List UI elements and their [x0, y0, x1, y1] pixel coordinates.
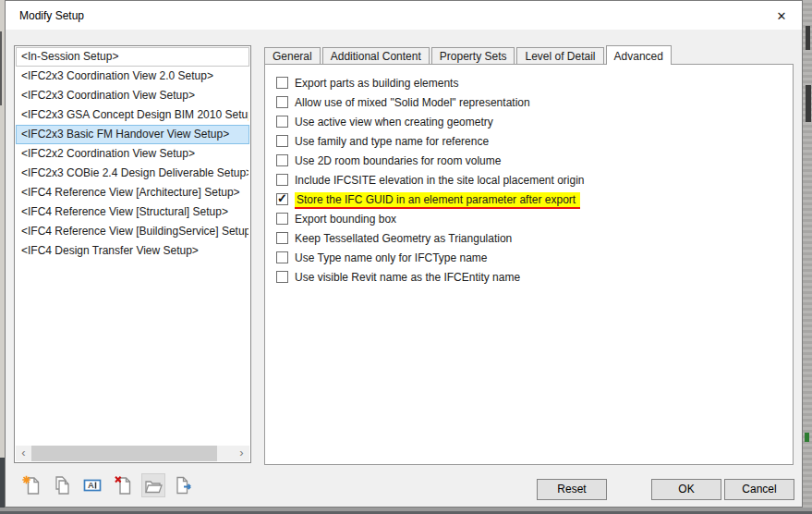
tab-additional-content[interactable]: Additional Content	[322, 47, 430, 64]
ok-button[interactable]: OK	[651, 479, 721, 500]
tab-bar: General Additional Content Property Sets…	[264, 44, 673, 65]
reset-button[interactable]: Reset	[537, 479, 607, 500]
checkbox-label: Use family and type name for reference	[295, 135, 489, 148]
export-setup-button[interactable]	[172, 473, 196, 497]
checkbox-row[interactable]: Include IFCSITE elevation in the site lo…	[276, 170, 785, 190]
scrollbar-thumb[interactable]	[31, 446, 217, 461]
background-artifact	[806, 26, 810, 50]
title-bar: Modify Setup ✕	[6, 1, 802, 30]
checkbox-label: Export bounding box	[295, 213, 396, 226]
setup-list-item[interactable]: <IFC4 Design Transfer View Setup>	[16, 241, 249, 261]
cancel-button[interactable]: Cancel	[724, 479, 794, 500]
delete-setup-button[interactable]	[111, 473, 135, 497]
checkbox-row-store-ifc-guid[interactable]: ✓ Store the IFC GUID in an element param…	[276, 190, 785, 209]
checkbox-row[interactable]: Use 2D room boundaries for room volume	[276, 151, 785, 170]
checkbox-row[interactable]: Allow use of mixed "Solid Model" represe…	[276, 92, 785, 112]
load-setup-button[interactable]	[141, 473, 165, 497]
scroll-right-arrow-icon[interactable]: ›	[234, 446, 249, 461]
setup-list-item[interactable]: <IFC2x3 Coordination View Setup>	[16, 86, 249, 105]
checkbox-row[interactable]: Use Type name only for IFCType name	[276, 248, 785, 267]
background-strip-bottom	[0, 508, 812, 514]
setup-list-item[interactable]: <IFC2x3 COBie 2.4 Design Deliverable Set…	[16, 164, 249, 183]
checkmark-icon: ✓	[277, 191, 287, 205]
checkbox-label: Use visible Revit name as the IFCEntity …	[295, 271, 520, 284]
checkbox-label: Use 2D room boundaries for room volume	[295, 154, 501, 167]
horizontal-scrollbar[interactable]: ‹ ›	[16, 446, 249, 461]
tab-level-of-detail[interactable]: Level of Detail	[516, 47, 603, 64]
checkbox-unchecked[interactable]	[276, 213, 288, 225]
checkbox-label: Use Type name only for IFCType name	[295, 251, 488, 264]
background-artifact	[806, 85, 811, 122]
checkbox-label: Allow use of mixed "Solid Model" represe…	[295, 96, 530, 109]
checkbox-row[interactable]: Use visible Revit name as the IFCEntity …	[276, 267, 785, 287]
load-setup-icon	[142, 475, 164, 497]
dialog-title: Modify Setup	[19, 9, 84, 22]
duplicate-setup-icon	[51, 474, 73, 496]
setup-list-item[interactable]: <IFC4 Reference View [Structural] Setup>	[16, 202, 249, 222]
new-setup-icon	[20, 474, 42, 496]
advanced-tab-panel: Export parts as building elements Allow …	[264, 64, 794, 465]
tab-advanced[interactable]: Advanced	[606, 45, 672, 65]
rename-setup-button[interactable]: A	[80, 473, 104, 497]
setup-list-item[interactable]: <IFC4 Reference View [BuildingService] S…	[16, 222, 249, 241]
tab-property-sets[interactable]: Property Sets	[431, 47, 515, 64]
checkbox-unchecked[interactable]	[276, 116, 288, 128]
modify-setup-dialog: Modify Setup ✕ <In-Session Setup> <IFC2x…	[5, 0, 803, 508]
checkbox-unchecked[interactable]	[276, 96, 288, 108]
checkbox-unchecked[interactable]	[276, 251, 288, 263]
checkbox-unchecked[interactable]	[276, 135, 288, 147]
checkbox-label: Keep Tessellated Geometry as Triangulati…	[295, 232, 512, 245]
setup-list: <In-Session Setup> <IFC2x3 Coordination …	[14, 45, 251, 463]
background-artifact	[0, 31, 2, 105]
checkbox-label: Export parts as building elements	[295, 77, 458, 90]
background-artifact	[805, 433, 809, 442]
setup-list-item[interactable]: <IFC2x3 GSA Concept Design BIM 2010 Setu…	[16, 105, 249, 125]
checkbox-label: Use active view when creating geometry	[295, 116, 493, 128]
close-button[interactable]: ✕	[769, 6, 794, 27]
setup-list-item[interactable]: <IFC2x2 Coordination View Setup>	[16, 144, 249, 164]
setup-list-item[interactable]: <In-Session Setup>	[16, 47, 249, 67]
setup-list-item-selected[interactable]: <IFC2x3 Basic FM Handover View Setup>	[16, 125, 249, 144]
delete-setup-icon	[112, 474, 134, 496]
checkbox-unchecked[interactable]	[276, 271, 288, 283]
rename-setup-icon: A	[81, 474, 103, 496]
tab-general[interactable]: General	[264, 47, 321, 64]
checkbox-list: Export parts as building elements Allow …	[276, 73, 785, 287]
checkbox-unchecked[interactable]	[276, 154, 288, 166]
checkbox-row[interactable]: Export parts as building elements	[276, 73, 785, 92]
checkbox-row[interactable]: Export bounding box	[276, 209, 785, 228]
scroll-left-arrow-icon[interactable]: ‹	[16, 446, 31, 461]
export-setup-icon	[173, 474, 195, 496]
checkbox-unchecked[interactable]	[276, 174, 288, 186]
checkbox-label-highlighted: Store the IFC GUID in an element paramet…	[295, 192, 580, 207]
duplicate-setup-button[interactable]	[50, 473, 74, 497]
checkbox-checked[interactable]: ✓	[276, 193, 288, 205]
checkbox-row[interactable]: Keep Tessellated Geometry as Triangulati…	[276, 228, 785, 248]
checkbox-label: Include IFCSITE elevation in the site lo…	[295, 174, 585, 187]
checkbox-row[interactable]: Use family and type name for reference	[276, 131, 785, 151]
setup-list-item[interactable]: <IFC4 Reference View [Architecture] Setu…	[16, 183, 249, 202]
new-setup-button[interactable]	[19, 473, 43, 497]
svg-text:A: A	[88, 480, 94, 490]
setup-list-item[interactable]: <IFC2x3 Coordination View 2.0 Setup>	[16, 67, 249, 86]
checkbox-unchecked[interactable]	[276, 77, 288, 89]
checkbox-unchecked[interactable]	[276, 232, 288, 244]
checkbox-row[interactable]: Use active view when creating geometry	[276, 112, 785, 131]
